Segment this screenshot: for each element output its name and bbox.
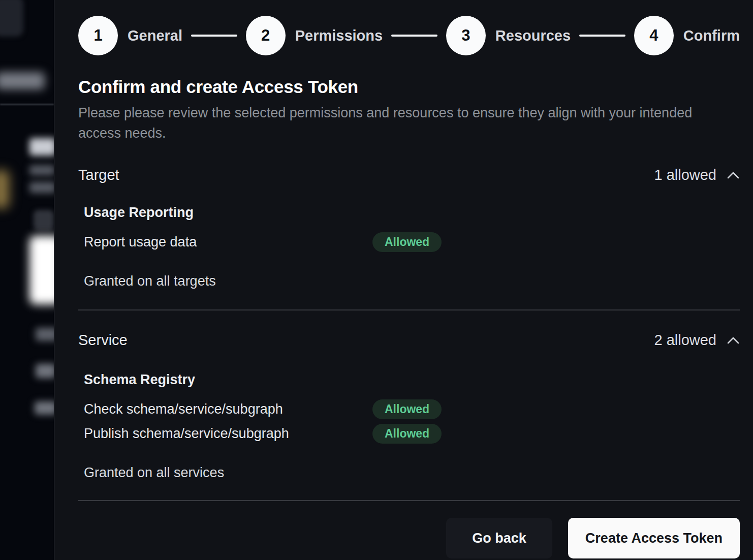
service-granted-note: Granted on all services	[84, 465, 740, 481]
permission-label: Report usage data	[84, 234, 372, 250]
target-granted-note: Granted on all targets	[84, 273, 740, 289]
group-title-usage-reporting: Usage Reporting	[84, 205, 740, 221]
chevron-up-icon	[727, 171, 740, 179]
step-confirm-label: Confirm	[683, 27, 740, 44]
modal-footer: Go back Create Access Token	[78, 518, 740, 558]
permission-label: Publish schema/service/subgraph	[84, 426, 372, 442]
blurred-text-u	[36, 364, 54, 378]
blurred-logo-tile	[0, 0, 23, 37]
create-access-token-button[interactable]: Create Access Token	[568, 518, 740, 558]
service-allowed-count: 2 allowed	[654, 332, 716, 349]
blurred-icon-tile	[34, 210, 54, 230]
target-collapse-toggle[interactable]: 1 allowed	[654, 167, 740, 183]
blurred-heading-text	[29, 138, 54, 155]
step-connector	[579, 35, 625, 37]
step-connector	[191, 35, 237, 37]
permission-row: Report usage data Allowed	[84, 232, 740, 252]
step-resources-label: Resources	[495, 27, 571, 44]
step-resources-circle: 3	[446, 16, 486, 55]
page-subtitle: Please please review the selected permis…	[78, 103, 704, 143]
section-name-target: Target	[78, 167, 119, 183]
group-title-schema-registry: Schema Registry	[84, 372, 740, 388]
permission-label: Check schema/service/subgraph	[84, 401, 372, 417]
step-general-circle: 1	[78, 16, 118, 55]
wizard-stepper: 1 General 2 Permissions 3 Resources 4 Co…	[78, 16, 740, 55]
step-general-label: General	[128, 27, 182, 44]
step-general[interactable]: 1 General	[78, 16, 182, 55]
section-header-target: Target 1 allowed	[78, 167, 740, 183]
step-permissions-circle: 2	[246, 16, 286, 55]
blurred-text-line	[0, 72, 45, 89]
blurred-text-h	[35, 401, 54, 415]
blurred-yellow-accent	[0, 170, 9, 208]
create-access-token-modal: 1 General 2 Permissions 3 Resources 4 Co…	[54, 0, 753, 560]
blurred-text-ti	[36, 328, 54, 341]
permission-row: Check schema/service/subgraph Allowed	[84, 399, 740, 419]
section-divider	[78, 309, 740, 310]
page-title: Confirm and create Access Token	[78, 77, 740, 97]
step-permissions-label: Permissions	[295, 27, 383, 44]
service-permission-group: Schema Registry Check schema/service/sub…	[84, 372, 740, 444]
status-badge: Allowed	[372, 399, 442, 419]
target-permission-group: Usage Reporting Report usage data Allowe…	[84, 205, 740, 252]
blurred-app-backdrop	[0, 0, 54, 560]
blurred-white-card	[29, 236, 54, 304]
step-confirm[interactable]: 4 Confirm	[634, 16, 740, 55]
service-collapse-toggle[interactable]: 2 allowed	[654, 332, 740, 349]
footer-divider	[78, 500, 740, 501]
step-permissions[interactable]: 2 Permissions	[246, 16, 383, 55]
chevron-up-icon	[727, 336, 740, 345]
section-name-service: Service	[78, 332, 128, 349]
blurred-divider	[0, 104, 54, 105]
step-resources[interactable]: 3 Resources	[446, 16, 571, 55]
blurred-text-small-2	[29, 182, 54, 193]
status-badge: Allowed	[372, 424, 442, 444]
go-back-button[interactable]: Go back	[446, 518, 552, 558]
status-badge: Allowed	[372, 232, 442, 252]
blurred-text-small-1	[29, 165, 54, 175]
section-header-service: Service 2 allowed	[78, 332, 740, 349]
step-connector	[391, 35, 437, 37]
step-confirm-circle: 4	[634, 16, 674, 55]
target-allowed-count: 1 allowed	[654, 167, 716, 183]
permission-row: Publish schema/service/subgraph Allowed	[84, 423, 740, 444]
